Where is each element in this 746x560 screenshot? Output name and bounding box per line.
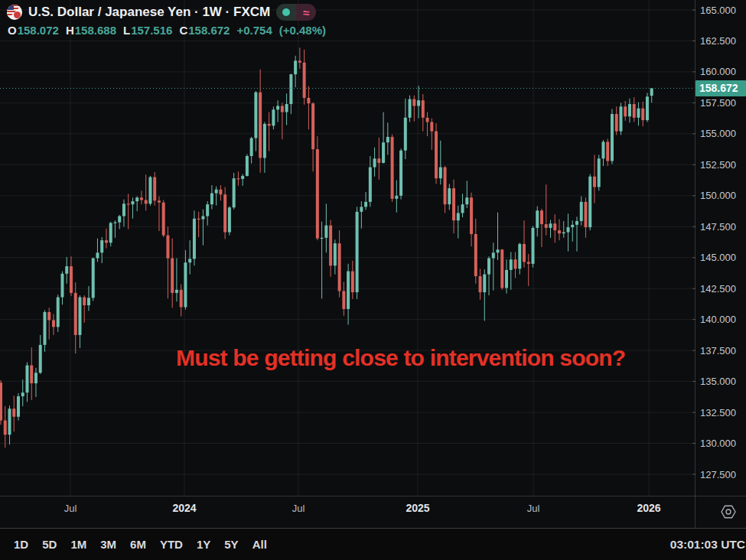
- price-axis-label: 160.000: [700, 66, 736, 77]
- range-button-6m[interactable]: 6M: [123, 536, 153, 552]
- candle: [545, 184, 548, 235]
- candle: [83, 295, 86, 323]
- candle: [17, 393, 20, 421]
- candle: [435, 123, 438, 184]
- price-axis-label: 162.500: [700, 35, 736, 47]
- range-buttons: 1D5D1M3M6MYTD1Y5YAll: [7, 536, 274, 552]
- candle: [241, 174, 244, 185]
- candle: [474, 219, 477, 284]
- bottom-toolbar: 1D5D1M3M6MYTD1Y5YAll 03:01:03 UTC: [0, 528, 746, 560]
- candle: [598, 155, 601, 190]
- time-axis[interactable]: Jul2024Jul2025Jul2026: [64, 502, 661, 514]
- candle: [321, 222, 324, 299]
- candle: [21, 379, 24, 406]
- svg-text:158.672: 158.672: [699, 82, 738, 94]
- candle: [30, 347, 33, 400]
- candle: [399, 148, 402, 199]
- candle: [316, 136, 319, 240]
- candle: [122, 200, 125, 227]
- candle: [588, 174, 591, 230]
- tradingview-chart-window: 165.000162.500160.000157.500155.000152.5…: [0, 0, 746, 560]
- clock[interactable]: 03:01:03 UTC: [670, 538, 746, 552]
- range-button-3m[interactable]: 3M: [93, 536, 123, 552]
- candle: [540, 209, 543, 247]
- candle: [497, 213, 500, 260]
- candle: [197, 212, 200, 237]
- time-axis-label: 2026: [637, 502, 660, 514]
- candle: [57, 295, 60, 332]
- price-axis-label: 127.500: [700, 469, 736, 480]
- candle: [43, 311, 46, 352]
- open-value: 158.072: [18, 24, 59, 37]
- candle: [369, 156, 372, 207]
- range-button-1d[interactable]: 1D: [7, 536, 35, 552]
- candle: [386, 122, 389, 155]
- range-button-ytd[interactable]: YTD: [153, 536, 190, 552]
- candle: [500, 249, 503, 289]
- range-button-1y[interactable]: 1Y: [190, 536, 217, 552]
- candle: [60, 272, 64, 305]
- candle: [611, 109, 614, 164]
- candle: [52, 314, 55, 335]
- market-status-pill[interactable]: ≈: [276, 4, 316, 21]
- candle: [135, 197, 138, 211]
- candle: [78, 295, 81, 348]
- candlestick-chart[interactable]: 165.000162.500160.000157.500155.000152.5…: [0, 0, 746, 528]
- candle: [601, 140, 604, 166]
- range-button-5y[interactable]: 5Y: [217, 536, 245, 552]
- candle: [25, 363, 28, 402]
- candle: [324, 203, 327, 252]
- change-value: +0.754: [236, 24, 272, 37]
- axis-settings-gear-icon[interactable]: [722, 506, 735, 518]
- candle: [523, 220, 526, 268]
- candle: [562, 221, 565, 238]
- time-axis-label: Jul: [292, 503, 305, 514]
- price-axis[interactable]: 165.000162.500160.000157.500155.000152.5…: [692, 5, 736, 480]
- candle: [351, 261, 354, 299]
- candle: [553, 214, 556, 243]
- candle: [259, 70, 262, 173]
- candle: [558, 220, 561, 241]
- candle: [347, 264, 350, 325]
- symbol-title[interactable]: U.S. Dollar / Japanese Yen · 1W · FXCM: [28, 5, 270, 20]
- candle: [303, 50, 306, 105]
- price-axis-label: 140.000: [700, 314, 736, 325]
- candle: [131, 197, 134, 219]
- candle: [263, 122, 266, 172]
- candle: [606, 138, 609, 166]
- usdjpy-flag-icon: [7, 5, 22, 20]
- delayed-data-icon[interactable]: ≈: [296, 4, 316, 21]
- candle: [0, 380, 2, 425]
- range-button-all[interactable]: All: [246, 536, 274, 552]
- market-open-dot-icon: [282, 8, 290, 16]
- chart-annotation-text[interactable]: Must be getting close to intervention so…: [176, 345, 625, 371]
- candle: [628, 99, 631, 123]
- candle: [342, 282, 345, 316]
- candle: [461, 194, 464, 217]
- high-label: H: [66, 24, 74, 37]
- candle: [329, 220, 332, 276]
- price-axis-label: 152.500: [700, 159, 736, 171]
- candle: [391, 135, 394, 202]
- candle: [180, 285, 183, 317]
- range-button-1m[interactable]: 1M: [64, 536, 93, 552]
- close-label: C: [179, 24, 187, 37]
- candle: [268, 112, 271, 151]
- candle: [162, 200, 165, 237]
- time-axis-label: Jul: [64, 503, 77, 514]
- range-button-5d[interactable]: 5D: [35, 536, 64, 552]
- candle: [549, 220, 552, 237]
- candle: [193, 210, 196, 265]
- candle: [633, 97, 636, 122]
- candle: [201, 210, 204, 246]
- candle: [158, 197, 161, 231]
- candle: [532, 226, 535, 267]
- candle: [470, 193, 473, 246]
- price-axis-label: 147.500: [700, 221, 736, 233]
- candle: [409, 96, 412, 122]
- candle: [483, 269, 486, 321]
- candle: [294, 56, 297, 87]
- candle: [487, 256, 490, 295]
- candle: [584, 197, 587, 238]
- candle: [575, 217, 578, 251]
